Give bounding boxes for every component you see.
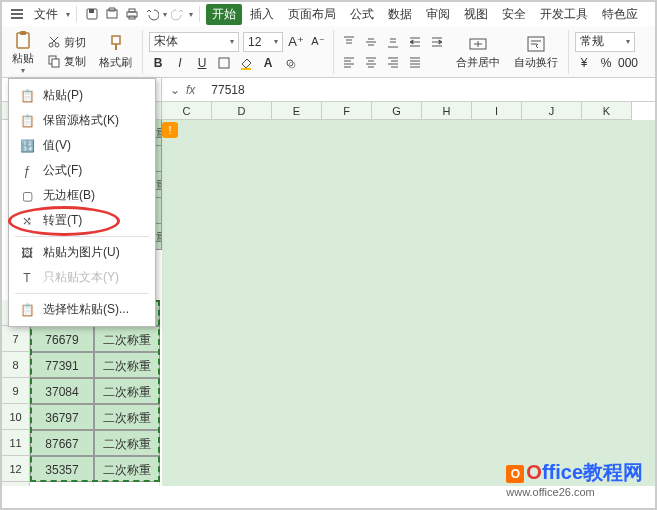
row-header[interactable]: 10 bbox=[2, 404, 30, 430]
percent-icon[interactable]: % bbox=[597, 54, 615, 72]
cell[interactable]: 二次称重 bbox=[94, 352, 160, 378]
col-header[interactable]: J bbox=[522, 102, 582, 120]
italic-icon[interactable]: I bbox=[171, 54, 189, 72]
comma-icon[interactable]: 000 bbox=[619, 54, 637, 72]
currency-icon[interactable]: ¥ bbox=[575, 54, 593, 72]
cell[interactable]: 76679 bbox=[30, 326, 94, 352]
cell[interactable]: 35357 bbox=[30, 456, 94, 482]
align-left-icon[interactable] bbox=[340, 53, 358, 71]
effects-icon[interactable] bbox=[281, 54, 299, 72]
tab-formula[interactable]: 公式 bbox=[344, 4, 380, 25]
chevron-down-icon[interactable]: ▾ bbox=[163, 10, 167, 19]
cell[interactable]: 二次称重 bbox=[94, 404, 160, 430]
chevron-down-icon[interactable]: ▾ bbox=[21, 66, 25, 75]
align-bottom-icon[interactable] bbox=[384, 33, 402, 51]
number-format-combo[interactable]: 常规▾ bbox=[575, 32, 635, 52]
cell[interactable]: 二次称重 bbox=[94, 456, 160, 482]
indent-left-icon[interactable] bbox=[406, 33, 424, 51]
copy-button[interactable]: 复制 bbox=[44, 53, 89, 70]
paste-button[interactable]: 粘贴 ▾ bbox=[8, 27, 38, 77]
goto-icon[interactable]: ⌄ bbox=[170, 83, 180, 97]
print-icon[interactable] bbox=[123, 5, 141, 23]
cut-button[interactable]: 剪切 bbox=[44, 34, 89, 51]
border-icon[interactable] bbox=[215, 54, 233, 72]
menu-values[interactable]: 🔢值(V) bbox=[9, 133, 155, 158]
cell[interactable]: 87667 bbox=[30, 430, 94, 456]
tab-dev-tools[interactable]: 开发工具 bbox=[534, 4, 594, 25]
print-preview-icon[interactable] bbox=[103, 5, 121, 23]
tab-security[interactable]: 安全 bbox=[496, 4, 532, 25]
save-icon[interactable] bbox=[83, 5, 101, 23]
undo-icon[interactable] bbox=[143, 5, 161, 23]
tab-review[interactable]: 审阅 bbox=[420, 4, 456, 25]
row-header[interactable]: 12 bbox=[2, 456, 30, 482]
align-top-icon[interactable] bbox=[340, 33, 358, 51]
merge-center-button[interactable]: 合并居中 bbox=[452, 31, 504, 72]
chevron-down-icon[interactable]: ▾ bbox=[189, 10, 193, 19]
underline-icon[interactable]: U bbox=[193, 54, 211, 72]
table-row[interactable]: 1036797二次称重 bbox=[2, 404, 160, 430]
indent-right-icon[interactable] bbox=[428, 33, 446, 51]
cell[interactable] bbox=[94, 482, 160, 486]
row-header[interactable]: 9 bbox=[2, 378, 30, 404]
cell[interactable] bbox=[30, 482, 94, 486]
menu-formulas[interactable]: ƒ公式(F) bbox=[9, 158, 155, 183]
wrap-text-button[interactable]: 自动换行 bbox=[510, 31, 562, 72]
align-right-icon[interactable] bbox=[384, 53, 402, 71]
font-size-combo[interactable]: 12▾ bbox=[243, 32, 283, 52]
fill-color-icon[interactable] bbox=[237, 54, 255, 72]
menu-paste-special[interactable]: 📋选择性粘贴(S)... bbox=[9, 297, 155, 322]
cell[interactable]: 二次称重 bbox=[94, 326, 160, 352]
tab-start[interactable]: 开始 bbox=[206, 4, 242, 25]
col-header[interactable]: C bbox=[162, 102, 212, 120]
format-painter-button[interactable]: 格式刷 bbox=[95, 31, 136, 72]
align-center-icon[interactable] bbox=[362, 53, 380, 71]
col-header[interactable]: H bbox=[422, 102, 472, 120]
table-row[interactable]: 937084二次称重 bbox=[2, 378, 160, 404]
menu-transpose[interactable]: ⤭转置(T) bbox=[9, 208, 155, 233]
row-header[interactable]: 11 bbox=[2, 430, 30, 456]
indicator-icon[interactable]: ! bbox=[162, 122, 178, 138]
table-row[interactable]: 1187667二次称重 bbox=[2, 430, 160, 456]
col-header[interactable]: I bbox=[472, 102, 522, 120]
menu-no-border[interactable]: ▢无边框(B) bbox=[9, 183, 155, 208]
table-row[interactable]: 776679二次称重 bbox=[2, 326, 160, 352]
cell[interactable]: 二次称重 bbox=[94, 378, 160, 404]
col-header[interactable]: D bbox=[212, 102, 272, 120]
bold-icon[interactable]: B bbox=[149, 54, 167, 72]
row-header[interactable]: 8 bbox=[2, 352, 30, 378]
redo-icon[interactable] bbox=[169, 5, 187, 23]
tab-view[interactable]: 视图 bbox=[458, 4, 494, 25]
menu-keep-source[interactable]: 📋保留源格式(K) bbox=[9, 108, 155, 133]
font-color-icon[interactable]: A bbox=[259, 54, 277, 72]
cell[interactable]: 二次称重 bbox=[94, 430, 160, 456]
row-header[interactable]: 7 bbox=[2, 326, 30, 352]
chevron-down-icon[interactable]: ▾ bbox=[66, 10, 70, 19]
menu-paste[interactable]: 📋粘贴(P) bbox=[9, 83, 155, 108]
menu-paste-as-picture[interactable]: 🖼粘贴为图片(U) bbox=[9, 240, 155, 265]
menu-file[interactable]: 文件 bbox=[28, 4, 64, 25]
fx-icon[interactable]: fx bbox=[186, 83, 195, 97]
tab-insert[interactable]: 插入 bbox=[244, 4, 280, 25]
col-header[interactable]: E bbox=[272, 102, 322, 120]
tab-data[interactable]: 数据 bbox=[382, 4, 418, 25]
row-header[interactable]: 13 bbox=[2, 482, 30, 486]
cell[interactable]: 36797 bbox=[30, 404, 94, 430]
table-row[interactable]: 1235357二次称重 bbox=[2, 456, 160, 482]
font-name-combo[interactable]: 宋体▾ bbox=[149, 32, 239, 52]
cell[interactable]: 37084 bbox=[30, 378, 94, 404]
app-menu-icon[interactable] bbox=[8, 5, 26, 23]
col-header[interactable]: F bbox=[322, 102, 372, 120]
increase-font-icon[interactable]: A⁺ bbox=[287, 33, 305, 51]
align-middle-icon[interactable] bbox=[362, 33, 380, 51]
menu-paste-text-only[interactable]: T只粘贴文本(Y) bbox=[9, 265, 155, 290]
col-header[interactable]: K bbox=[582, 102, 632, 120]
formula-input[interactable]: 77518 bbox=[203, 83, 655, 97]
cell[interactable]: 77391 bbox=[30, 352, 94, 378]
table-row[interactable]: 877391二次称重 bbox=[2, 352, 160, 378]
col-header[interactable]: G bbox=[372, 102, 422, 120]
justify-icon[interactable] bbox=[406, 53, 424, 71]
tab-special[interactable]: 特色应 bbox=[596, 4, 644, 25]
tab-page-layout[interactable]: 页面布局 bbox=[282, 4, 342, 25]
decrease-font-icon[interactable]: A⁻ bbox=[309, 33, 327, 51]
